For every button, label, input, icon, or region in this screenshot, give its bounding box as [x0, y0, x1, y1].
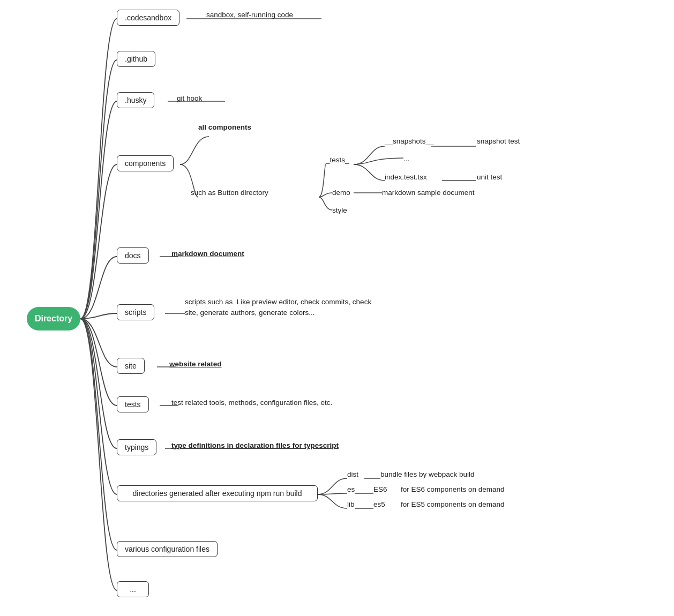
label-components-such-as: such as Button directory: [191, 189, 268, 197]
node-husky: .husky: [117, 92, 154, 108]
node-typings: typings: [117, 439, 156, 455]
node-scripts: scripts: [117, 304, 154, 320]
label-demo-desc: markdown sample document: [382, 189, 475, 197]
label-tests-desc: test related tools, methods, configurati…: [171, 399, 332, 407]
label-snapshots: __snapshots__: [385, 137, 434, 145]
label-dist-desc: bundle files by webpack build: [380, 470, 475, 478]
label-docs: markdown document: [171, 250, 244, 258]
label-site: website related: [169, 360, 222, 368]
label-style: style: [332, 206, 347, 214]
node-docs: docs: [117, 247, 149, 264]
label-scripts: scripts such as Like preview editor, che…: [185, 297, 378, 318]
root-node: Directory: [27, 307, 80, 330]
label-husky: git hook: [177, 94, 202, 102]
label-es5: es5: [373, 500, 385, 508]
label-codesandbox: sandbox, self-running code: [206, 11, 293, 19]
label-ellipsis-sub: ...: [403, 155, 409, 163]
node-components: components: [117, 155, 174, 171]
label-typings: type definitions in declaration files fo…: [171, 441, 339, 449]
label-lib: lib: [347, 500, 355, 508]
node-github: .github: [117, 51, 155, 67]
node-ellipsis: ...: [117, 581, 149, 597]
label-dist: dist: [347, 470, 358, 478]
label-es: es: [347, 485, 355, 493]
diagram-container: Directory .codesandbox .github .husky co…: [0, 0, 674, 616]
node-tests: tests: [117, 396, 149, 412]
node-site: site: [117, 358, 145, 374]
label-index-test: index.test.tsx: [385, 173, 427, 181]
node-codesandbox: .codesandbox: [117, 10, 179, 26]
label-lib-desc: for ES5 components on demand: [401, 500, 505, 508]
label-snapshot-test: snapshot test: [477, 137, 520, 145]
label-unit-test: unit test: [477, 173, 502, 181]
label-es-desc: for ES6 components on demand: [401, 485, 505, 493]
label-components-all: all components: [198, 123, 251, 131]
node-config-files: various configuration files: [117, 541, 218, 557]
label-demo: demo: [332, 189, 350, 197]
label-es6: ES6: [373, 485, 387, 493]
node-npm-build: directories generated after executing np…: [117, 485, 318, 501]
label-tests-sub: _tests_: [326, 156, 349, 164]
